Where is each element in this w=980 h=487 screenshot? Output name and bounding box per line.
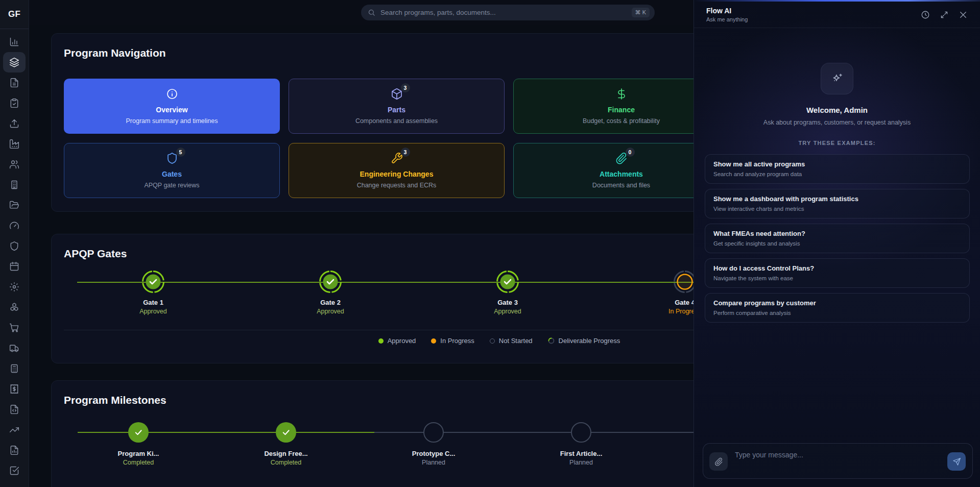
milestone-status: Completed bbox=[100, 459, 177, 466]
send-button[interactable] bbox=[947, 452, 966, 471]
approved-dot-icon bbox=[378, 338, 384, 344]
legend-item-deliverable-progress: Deliverable Progress bbox=[548, 337, 620, 345]
sidebar-item-inventory[interactable] bbox=[3, 297, 26, 318]
folder-open-icon bbox=[9, 200, 19, 210]
milestone-completed-icon bbox=[276, 422, 296, 443]
example-prompt[interactable]: Compare programs by customer Perform com… bbox=[705, 293, 970, 323]
example-subtitle: Perform comparative analysis bbox=[713, 310, 961, 316]
sidebar-item-costing[interactable] bbox=[3, 358, 26, 379]
gate-marker-2[interactable]: Gate 2 Approved bbox=[295, 270, 366, 315]
message-input[interactable] bbox=[735, 448, 941, 474]
sidebar-item-manufacturing[interactable] bbox=[3, 134, 26, 154]
sidebar-item-upload[interactable] bbox=[3, 113, 26, 134]
app-logo: GF bbox=[0, 0, 29, 29]
sidebar-item-trends[interactable] bbox=[3, 420, 26, 440]
card-subtitle: Components and assemblies bbox=[355, 117, 438, 125]
card-title: Gates bbox=[162, 170, 182, 178]
sparkles-icon bbox=[830, 72, 844, 85]
card-subtitle: Budget, costs & profitability bbox=[583, 117, 660, 125]
example-title: How do I access Control Plans? bbox=[713, 264, 961, 272]
file-code-icon bbox=[9, 404, 19, 415]
in-progress-dot-icon bbox=[431, 338, 436, 344]
sidebar-item-settings[interactable] bbox=[3, 277, 26, 297]
users-icon bbox=[9, 159, 19, 169]
sidebar-item-performance[interactable] bbox=[3, 215, 26, 236]
milestone-label: Program Ki... bbox=[100, 450, 177, 457]
assistant-welcome: Welcome, Admin Ask about programs, custo… bbox=[694, 63, 980, 146]
sidebar-item-compliance[interactable] bbox=[3, 236, 26, 256]
sidebar-item-programs[interactable] bbox=[3, 52, 26, 72]
gate-approved-icon bbox=[496, 270, 519, 294]
sidebar-item-projects[interactable] bbox=[3, 195, 26, 215]
nav-card-engineering-changes[interactable]: 3 Engineering Changes Change requests an… bbox=[289, 143, 505, 198]
calculator-icon bbox=[9, 363, 19, 374]
sidebar-item-invoices[interactable] bbox=[3, 379, 26, 399]
milestone-marker-4: First Article... Planned bbox=[543, 422, 619, 466]
expand-button[interactable] bbox=[940, 10, 949, 19]
dollar-icon bbox=[615, 88, 628, 100]
milestone-marker-2: Design Free... Completed bbox=[248, 422, 324, 466]
sidebar-item-suppliers[interactable] bbox=[3, 175, 26, 195]
card-subtitle: Program summary and timelines bbox=[126, 117, 218, 125]
send-icon bbox=[952, 457, 961, 466]
example-prompt[interactable]: How do I access Control Plans? Navigate … bbox=[705, 258, 970, 288]
attach-button[interactable] bbox=[709, 452, 728, 471]
expand-icon bbox=[940, 10, 949, 19]
example-title: Show me all active programs bbox=[713, 160, 961, 168]
search-input[interactable]: Search programs, parts, documents... ⌘ K bbox=[361, 5, 655, 20]
card-badge: 5 bbox=[176, 148, 185, 157]
nav-card-parts[interactable]: 3 Parts Components and assemblies bbox=[289, 79, 505, 134]
sidebar-item-documents[interactable] bbox=[3, 72, 26, 93]
building-icon bbox=[9, 180, 19, 190]
search-icon bbox=[368, 9, 375, 16]
gate-label: Gate 2 bbox=[295, 299, 366, 306]
check-square-icon bbox=[9, 466, 19, 476]
gauge-icon bbox=[9, 221, 19, 231]
nav-card-overview[interactable]: Overview Program summary and timelines bbox=[64, 79, 280, 134]
sidebar-item-quality[interactable] bbox=[3, 93, 26, 113]
sidebar: GF bbox=[0, 0, 29, 487]
welcome-subtitle: Ask about programs, customers, or reques… bbox=[694, 119, 980, 126]
section-title-apqp-gates: APQP Gates bbox=[64, 248, 127, 260]
gate-marker-3[interactable]: Gate 3 Approved bbox=[472, 270, 543, 315]
example-prompt[interactable]: What FMEAs need attention? Get specific … bbox=[705, 224, 970, 253]
clipboard-check-icon bbox=[9, 98, 19, 108]
example-prompts-list: Show me all active programs Search and a… bbox=[705, 154, 970, 323]
card-title: Parts bbox=[388, 106, 405, 114]
settings-icon bbox=[9, 282, 19, 292]
milestone-status: Completed bbox=[248, 459, 324, 466]
sidebar-item-procurement[interactable] bbox=[3, 318, 26, 338]
example-subtitle: Navigate the system with ease bbox=[713, 275, 961, 281]
sidebar-item-reports[interactable] bbox=[3, 440, 26, 460]
trending-up-icon bbox=[9, 425, 19, 435]
history-button[interactable] bbox=[921, 10, 930, 19]
example-title: Show me a dashboard with program statist… bbox=[713, 195, 961, 203]
boxes-icon bbox=[9, 302, 19, 312]
legend-item-in-progress: In Progress bbox=[431, 337, 474, 345]
sidebar-item-tasks[interactable] bbox=[3, 460, 26, 481]
sidebar-item-schedule[interactable] bbox=[3, 256, 26, 277]
close-button[interactable] bbox=[959, 10, 968, 19]
example-prompt[interactable]: Show me a dashboard with program statist… bbox=[705, 189, 970, 218]
example-subtitle: Search and analyze program data bbox=[713, 171, 961, 177]
sparkles-box bbox=[821, 63, 853, 94]
milestone-marker-3: Prototype C... Planned bbox=[395, 422, 472, 466]
card-subtitle: Documents and files bbox=[592, 182, 650, 189]
example-subtitle: View interactive charts and metrics bbox=[713, 206, 961, 212]
milestone-marker-1: Program Ki... Completed bbox=[100, 422, 177, 466]
card-badge: 0 bbox=[626, 148, 635, 157]
section-title-program-navigation: Program Navigation bbox=[64, 47, 166, 59]
gate-marker-1[interactable]: Gate 1 Approved bbox=[117, 270, 189, 315]
search-shortcut-badge: ⌘ K bbox=[632, 8, 650, 17]
panel-title: Flow AI bbox=[706, 7, 748, 15]
sidebar-item-customers[interactable] bbox=[3, 154, 26, 175]
examples-heading: TRY THESE EXAMPLES: bbox=[694, 140, 980, 146]
nav-card-gates[interactable]: 5 Gates APQP gate reviews bbox=[64, 143, 280, 198]
sidebar-item-integration[interactable] bbox=[3, 399, 26, 420]
card-title: Overview bbox=[156, 106, 187, 114]
milestone-completed-icon bbox=[128, 422, 149, 443]
sidebar-item-logistics[interactable] bbox=[3, 338, 26, 358]
sidebar-item-analytics[interactable] bbox=[3, 32, 26, 52]
card-badge: 3 bbox=[401, 83, 410, 92]
example-prompt[interactable]: Show me all active programs Search and a… bbox=[705, 154, 970, 184]
